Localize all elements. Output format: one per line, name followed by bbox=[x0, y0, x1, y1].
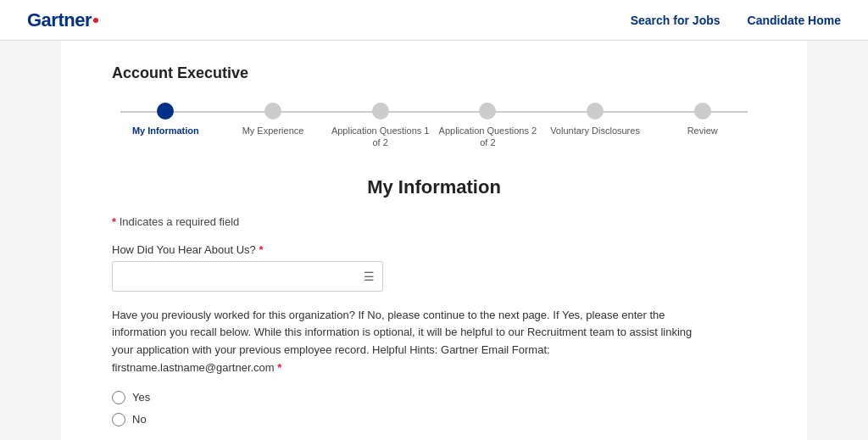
how-hear-group: How Did You Hear About Us? * LinkedIn Em… bbox=[112, 243, 756, 292]
step-circle-4 bbox=[479, 103, 496, 120]
radio-no-input[interactable] bbox=[112, 413, 125, 426]
info-text-star: * bbox=[275, 361, 282, 374]
step-app-questions-2: Application Questions 2 of 2 bbox=[434, 103, 542, 149]
logo: Gartner bbox=[27, 9, 98, 31]
step-app-questions-1: Application Questions 1 of 2 bbox=[326, 103, 434, 149]
required-note: * Indicates a required field bbox=[112, 215, 756, 228]
header-nav: Search for Jobs Candidate Home bbox=[631, 14, 841, 27]
step-label-4: Application Questions 2 of 2 bbox=[434, 125, 542, 149]
step-review: Review bbox=[648, 103, 756, 149]
stepper-steps: My Information My Experience Application… bbox=[112, 103, 756, 149]
step-label-3: Application Questions 1 of 2 bbox=[326, 125, 434, 149]
main-wrapper: Account Executive My Information My Expe… bbox=[0, 41, 868, 440]
logo-dot bbox=[93, 18, 98, 23]
candidate-home-link[interactable]: Candidate Home bbox=[748, 14, 841, 27]
radio-no-option[interactable]: No bbox=[112, 413, 756, 426]
step-circle-3 bbox=[372, 103, 389, 120]
logo-text: Gartner bbox=[27, 9, 92, 31]
step-circle-2 bbox=[264, 103, 281, 120]
header: Gartner Search for Jobs Candidate Home bbox=[0, 0, 868, 41]
radio-yes-label: Yes bbox=[132, 391, 150, 404]
section-title: My Information bbox=[112, 176, 756, 198]
step-circle-1 bbox=[157, 103, 174, 120]
page-title: Account Executive bbox=[112, 64, 756, 82]
step-voluntary-disclosures: Voluntary Disclosures bbox=[542, 103, 649, 149]
step-label-2: My Experience bbox=[242, 125, 304, 136]
step-circle-6 bbox=[694, 103, 711, 120]
step-my-information: My Information bbox=[112, 103, 220, 149]
step-label-1: My Information bbox=[132, 125, 199, 136]
radio-no-label: No bbox=[132, 413, 147, 426]
step-my-experience: My Experience bbox=[220, 103, 327, 149]
radio-yes-option[interactable]: Yes bbox=[112, 391, 756, 404]
progress-stepper: My Information My Experience Application… bbox=[112, 103, 756, 149]
step-label-6: Review bbox=[687, 125, 718, 136]
how-hear-select[interactable]: LinkedIn Employee Referral Job Board Oth… bbox=[112, 261, 383, 292]
previous-work-info: Have you previously worked for this orga… bbox=[112, 307, 705, 377]
required-note-text: Indicates a required field bbox=[120, 215, 240, 228]
how-hear-select-wrapper: LinkedIn Employee Referral Job Board Oth… bbox=[112, 261, 383, 292]
how-hear-label: How Did You Hear About Us? * bbox=[112, 243, 756, 256]
previous-work-radio-group: Yes No bbox=[112, 391, 756, 426]
search-jobs-link[interactable]: Search for Jobs bbox=[631, 14, 721, 27]
required-star: * bbox=[112, 215, 116, 228]
radio-yes-input[interactable] bbox=[112, 391, 125, 404]
how-hear-required-star: * bbox=[259, 243, 263, 256]
step-circle-5 bbox=[587, 103, 604, 120]
content-card: Account Executive My Information My Expe… bbox=[61, 41, 807, 440]
step-label-5: Voluntary Disclosures bbox=[550, 125, 640, 136]
